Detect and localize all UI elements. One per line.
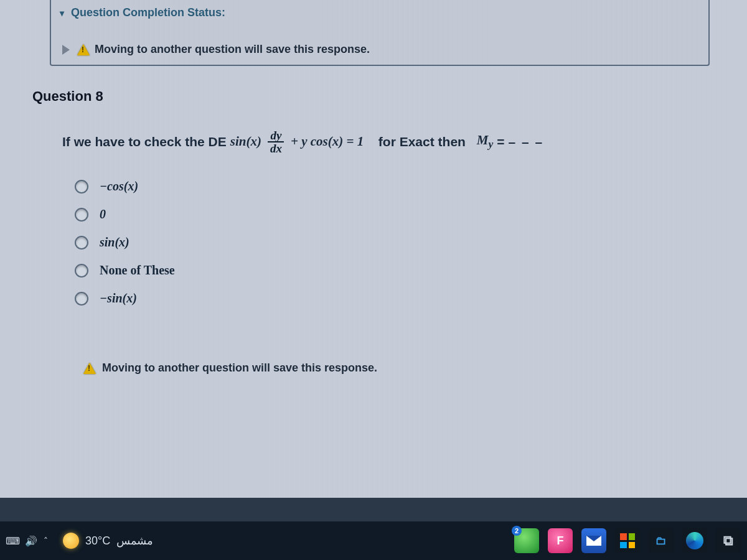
move-warning-text-bottom: Moving to another question will save thi…: [102, 362, 377, 375]
option-3[interactable]: sin(x): [75, 235, 710, 250]
taskbar-app-task-view[interactable]: ⧉: [716, 528, 741, 553]
edge-icon: [686, 532, 703, 549]
answer-options: −cos(x) 0 sin(x) None of These: [75, 179, 710, 306]
option-4[interactable]: None of These: [75, 263, 710, 278]
option-3-label: sin(x): [100, 235, 129, 250]
option-5[interactable]: −sin(x): [75, 291, 710, 306]
taskbar-app-edge[interactable]: [682, 528, 707, 553]
radio-icon[interactable]: [75, 264, 88, 278]
taskbar-app-file-explorer[interactable]: 🗀: [649, 528, 674, 553]
question-block: Question 8 If we have to check the DE si…: [30, 88, 710, 375]
input-language-icon[interactable]: ⌨: [6, 534, 19, 547]
move-warning-banner-bottom: Moving to another question will save thi…: [83, 362, 710, 375]
move-warning-banner-top: Moving to another question will save thi…: [62, 43, 700, 56]
prompt-before: If we have to check the DE: [62, 134, 227, 149]
radio-icon[interactable]: [75, 208, 88, 222]
taskbar-app-pink[interactable]: F: [548, 528, 573, 553]
my-symbol: My: [477, 133, 493, 150]
option-4-label: None of These: [100, 263, 175, 278]
arrow-right-icon: [62, 45, 70, 55]
taskbar-app-pink-letter: F: [557, 534, 564, 548]
option-5-label: −sin(x): [100, 291, 137, 306]
volume-icon[interactable]: 🔊: [25, 534, 37, 547]
folder-icon: 🗀: [655, 534, 667, 548]
option-2[interactable]: 0: [75, 207, 710, 222]
completion-status-header[interactable]: ▾ Question Completion Status:: [60, 6, 700, 19]
option-2-label: 0: [100, 207, 106, 222]
windows-taskbar[interactable]: ⌨ 🔊 ˄ 30°C مشمس F 🗀 ⧉: [0, 521, 747, 560]
eq-after-frac: + y cos(x) = 1: [291, 134, 364, 149]
eq-sinx: sin(x): [230, 134, 261, 149]
my-subscript: y: [488, 138, 493, 150]
warning-icon: [77, 44, 90, 55]
chevron-down-icon: ▾: [60, 8, 64, 18]
move-warning-text: Moving to another question will save thi…: [95, 43, 370, 56]
warning-icon: [83, 363, 96, 374]
weather-label: مشمس: [116, 534, 153, 548]
screen: ▾ Question Completion Status: Moving to …: [0, 0, 747, 560]
completion-status-label: Question Completion Status:: [71, 6, 225, 19]
my-letter: M: [477, 133, 489, 147]
taskbar-weather[interactable]: 30°C مشمس: [63, 533, 153, 549]
chevron-up-icon[interactable]: ˄: [44, 536, 48, 546]
sun-icon: [63, 533, 79, 549]
completion-status-panel: ▾ Question Completion Status: Moving to …: [50, 0, 710, 66]
radio-icon[interactable]: [75, 236, 88, 250]
taskbar-app-mail[interactable]: [581, 528, 606, 553]
mail-icon: [586, 536, 601, 546]
grid-icon: [620, 533, 635, 548]
question-prompt: If we have to check the DE sin(x) dy dx …: [62, 129, 710, 154]
question-body: If we have to check the DE sin(x) dy dx …: [62, 129, 710, 375]
weather-temp: 30°C: [85, 534, 110, 548]
option-1[interactable]: −cos(x): [75, 179, 710, 194]
option-1-label: −cos(x): [100, 179, 138, 194]
frac-numerator: dy: [268, 129, 284, 142]
taskbar-app-green[interactable]: [514, 528, 539, 553]
answer-placeholder-dashes: – – –: [508, 134, 543, 149]
radio-icon[interactable]: [75, 180, 88, 194]
taskbar-app-microsoft-store[interactable]: [615, 528, 640, 553]
equals-sign: =: [497, 134, 504, 149]
taskbar-system-tray[interactable]: ⌨ 🔊 ˄: [6, 534, 48, 547]
radio-icon[interactable]: [75, 292, 88, 306]
prompt-after: for Exact then: [378, 134, 466, 149]
task-view-icon: ⧉: [723, 533, 733, 549]
frac-denominator: dx: [268, 142, 284, 154]
fraction-dy-dx: dy dx: [268, 129, 284, 154]
question-title: Question 8: [32, 88, 710, 105]
quiz-content-area: ▾ Question Completion Status: Moving to …: [0, 0, 747, 498]
